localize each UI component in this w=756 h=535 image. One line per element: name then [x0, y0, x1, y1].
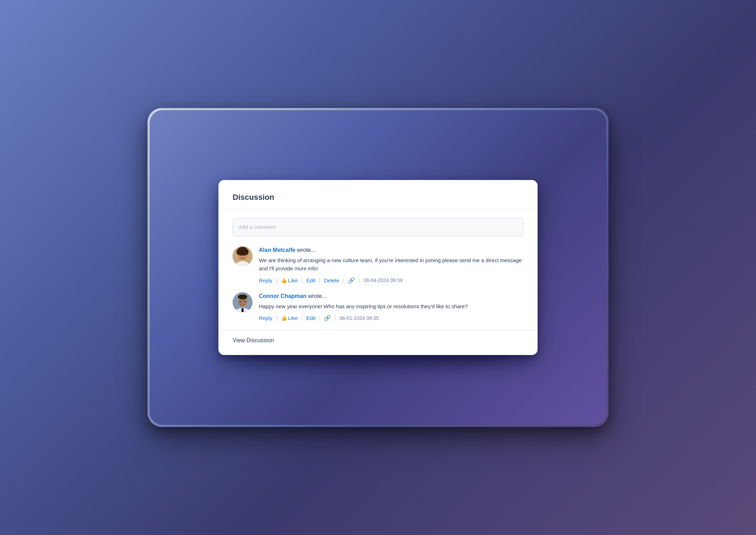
- top-divider: [218, 209, 538, 209]
- reply-button-alan[interactable]: Reply: [259, 277, 272, 283]
- wrote-text-alan: wrote...: [297, 247, 316, 253]
- add-comment-input[interactable]: [233, 218, 523, 236]
- svg-rect-11: [241, 308, 244, 312]
- comment-alan: Alan Metcalfe wrote... We are thinking o…: [233, 246, 523, 284]
- svg-point-13: [238, 294, 247, 299]
- edit-button-connor[interactable]: Edit: [306, 315, 316, 321]
- discussion-title: Discussion: [233, 193, 523, 202]
- avatar-alan-image: [233, 246, 252, 266]
- device-inner: Discussion: [150, 110, 606, 425]
- card-shadow-layer: Discussion: [218, 180, 538, 355]
- edit-button-alan[interactable]: Edit: [306, 277, 316, 283]
- thumbs-up-icon-connor: 👍: [281, 315, 287, 321]
- svg-point-6: [238, 247, 247, 253]
- comment-body-connor: Connor Chapman wrote... Happy new year e…: [259, 292, 523, 322]
- sep-1-alan: |: [276, 277, 277, 283]
- link-icon-connor[interactable]: 🔗: [324, 315, 331, 321]
- svg-point-17: [240, 301, 241, 302]
- author-name-connor: Connor Chapman: [259, 293, 306, 299]
- sep-2-connor: |: [301, 315, 303, 321]
- comment-text-alan: We are thinking of arranging a new cultu…: [259, 256, 523, 273]
- author-name-alan: Alan Metcalfe: [259, 247, 295, 253]
- comment-connor: Connor Chapman wrote... Happy new year e…: [233, 292, 523, 322]
- avatar-connor-image: [233, 292, 252, 312]
- thumbs-up-icon-alan: 👍: [281, 278, 287, 283]
- timestamp-connor: 06-01-2024 09:35: [339, 315, 379, 321]
- wrote-text-connor: wrote...: [308, 293, 327, 299]
- comment-actions-connor: Reply | 👍Like | Edit | 🔗 | 06-01-2024 09…: [259, 315, 523, 321]
- avatar-alan: [233, 246, 252, 266]
- sep-4-alan: |: [343, 277, 344, 283]
- svg-point-8: [244, 254, 245, 256]
- timestamp-alan: 28-04-2024 09:39: [363, 277, 403, 283]
- sep-3-alan: |: [319, 277, 321, 283]
- sep-3-connor: |: [319, 315, 321, 321]
- like-button-alan[interactable]: 👍Like: [281, 277, 298, 283]
- svg-point-7: [240, 254, 241, 256]
- comment-header-alan: Alan Metcalfe wrote...: [259, 246, 523, 254]
- device-outer: Discussion: [148, 108, 608, 427]
- sep-2-alan: |: [301, 277, 303, 283]
- link-icon-alan[interactable]: 🔗: [348, 277, 355, 284]
- svg-point-18: [244, 301, 245, 302]
- comment-header-connor: Connor Chapman wrote...: [259, 292, 523, 300]
- sep-5-alan: |: [358, 277, 360, 283]
- comment-body-alan: Alan Metcalfe wrote... We are thinking o…: [259, 246, 523, 284]
- view-discussion-link[interactable]: View Discussion: [233, 337, 523, 344]
- delete-button-alan[interactable]: Delete: [324, 277, 339, 283]
- comment-actions-alan: Reply | 👍Like | Edit | Delete | 🔗 |: [259, 277, 523, 284]
- avatar-connor: [233, 292, 252, 312]
- sep-4-connor: |: [334, 315, 336, 321]
- sep-1-connor: |: [276, 315, 277, 321]
- reply-button-connor[interactable]: Reply: [259, 315, 272, 321]
- comment-text-connor: Happy new year everyone! Who has any ins…: [259, 302, 523, 310]
- like-button-connor[interactable]: 👍Like: [281, 315, 298, 321]
- discussion-card: Discussion: [218, 180, 538, 355]
- bottom-divider: [218, 330, 538, 330]
